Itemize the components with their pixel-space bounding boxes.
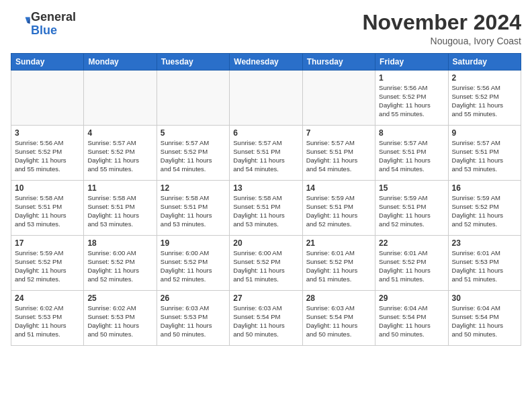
day-number: 10 [15,183,80,193]
day-number: 27 [233,293,298,303]
day-info: Sunrise: 6:03 AM Sunset: 5:54 PM Dayligh… [233,304,298,338]
day-info: Sunrise: 5:56 AM Sunset: 5:52 PM Dayligh… [379,84,444,118]
day-info: Sunrise: 6:01 AM Sunset: 5:52 PM Dayligh… [306,249,371,283]
day-number: 13 [233,183,298,193]
day-number: 2 [452,73,517,83]
day-info: Sunrise: 5:59 AM Sunset: 5:51 PM Dayligh… [306,194,371,228]
logo-blue-text: Blue [31,24,76,38]
day-info: Sunrise: 5:58 AM Sunset: 5:51 PM Dayligh… [15,194,80,228]
day-info: Sunrise: 5:57 AM Sunset: 5:51 PM Dayligh… [306,139,371,173]
day-number: 28 [306,293,371,303]
calendar-day-cell [157,71,229,126]
calendar-day-cell: 22Sunrise: 6:01 AM Sunset: 5:52 PM Dayli… [375,236,448,291]
calendar-day-cell: 28Sunrise: 6:03 AM Sunset: 5:54 PM Dayli… [302,291,375,346]
day-info: Sunrise: 6:02 AM Sunset: 5:53 PM Dayligh… [87,304,152,338]
day-number: 18 [87,238,152,248]
logo: General Blue [11,11,76,38]
calendar-day-cell: 6Sunrise: 5:57 AM Sunset: 5:51 PM Daylig… [230,126,302,181]
day-number: 17 [15,238,80,248]
calendar-week-row: 3Sunrise: 5:56 AM Sunset: 5:52 PM Daylig… [11,126,521,181]
day-info: Sunrise: 5:58 AM Sunset: 5:51 PM Dayligh… [233,194,298,228]
calendar-day-cell: 30Sunrise: 6:04 AM Sunset: 5:54 PM Dayli… [448,291,521,346]
day-number: 1 [379,73,444,83]
header: General Blue November 2024 Nougoua, Ivor… [11,11,521,46]
calendar-day-cell: 9Sunrise: 5:57 AM Sunset: 5:51 PM Daylig… [448,126,521,181]
day-number: 16 [452,183,517,193]
day-info: Sunrise: 5:57 AM Sunset: 5:52 PM Dayligh… [161,139,226,173]
calendar-table: SundayMondayTuesdayWednesdayThursdayFrid… [11,53,521,346]
day-number: 12 [161,183,226,193]
calendar-day-cell: 12Sunrise: 5:58 AM Sunset: 5:51 PM Dayli… [157,181,229,236]
calendar-day-cell: 23Sunrise: 6:01 AM Sunset: 5:53 PM Dayli… [448,236,521,291]
calendar-day-cell: 5Sunrise: 5:57 AM Sunset: 5:52 PM Daylig… [157,126,229,181]
logo-icon [12,13,31,32]
calendar-day-cell: 20Sunrise: 6:00 AM Sunset: 5:52 PM Dayli… [230,236,302,291]
calendar-day-cell: 21Sunrise: 6:01 AM Sunset: 5:52 PM Dayli… [302,236,375,291]
day-info: Sunrise: 6:02 AM Sunset: 5:53 PM Dayligh… [15,304,80,338]
day-number: 8 [379,128,444,138]
day-number: 15 [379,183,444,193]
day-info: Sunrise: 6:00 AM Sunset: 5:52 PM Dayligh… [87,249,152,283]
day-number: 9 [452,128,517,138]
day-info: Sunrise: 6:01 AM Sunset: 5:53 PM Dayligh… [452,249,517,283]
day-number: 6 [233,128,298,138]
calendar-day-cell: 11Sunrise: 5:58 AM Sunset: 5:51 PM Dayli… [84,181,157,236]
day-info: Sunrise: 6:00 AM Sunset: 5:52 PM Dayligh… [161,249,226,283]
weekday-header: Saturday [448,54,521,71]
day-number: 26 [161,293,226,303]
weekday-header: Friday [375,54,448,71]
day-number: 7 [306,128,371,138]
day-info: Sunrise: 5:58 AM Sunset: 5:51 PM Dayligh… [161,194,226,228]
day-info: Sunrise: 5:58 AM Sunset: 5:51 PM Dayligh… [87,194,152,228]
logo-general-text: General [31,11,76,24]
calendar-week-row: 1Sunrise: 5:56 AM Sunset: 5:52 PM Daylig… [11,71,521,126]
day-number: 25 [87,293,152,303]
calendar-day-cell: 19Sunrise: 6:00 AM Sunset: 5:52 PM Dayli… [157,236,229,291]
weekday-header: Wednesday [230,54,302,71]
day-info: Sunrise: 6:01 AM Sunset: 5:52 PM Dayligh… [379,249,444,283]
calendar-day-cell: 1Sunrise: 5:56 AM Sunset: 5:52 PM Daylig… [375,71,448,126]
day-info: Sunrise: 6:00 AM Sunset: 5:52 PM Dayligh… [233,249,298,283]
weekday-header: Thursday [302,54,375,71]
day-info: Sunrise: 6:03 AM Sunset: 5:54 PM Dayligh… [306,304,371,338]
day-info: Sunrise: 6:04 AM Sunset: 5:54 PM Dayligh… [452,304,517,338]
calendar-week-row: 10Sunrise: 5:58 AM Sunset: 5:51 PM Dayli… [11,181,521,236]
day-number: 3 [15,128,80,138]
day-number: 22 [379,238,444,248]
day-number: 5 [161,128,226,138]
calendar-day-cell: 27Sunrise: 6:03 AM Sunset: 5:54 PM Dayli… [230,291,302,346]
calendar-day-cell: 3Sunrise: 5:56 AM Sunset: 5:52 PM Daylig… [11,126,84,181]
calendar-day-cell: 26Sunrise: 6:03 AM Sunset: 5:53 PM Dayli… [157,291,229,346]
calendar-day-cell [302,71,375,126]
calendar-day-cell: 16Sunrise: 5:59 AM Sunset: 5:52 PM Dayli… [448,181,521,236]
day-number: 24 [15,293,80,303]
day-info: Sunrise: 5:59 AM Sunset: 5:52 PM Dayligh… [452,194,517,228]
calendar-day-cell: 29Sunrise: 6:04 AM Sunset: 5:54 PM Dayli… [375,291,448,346]
day-info: Sunrise: 5:56 AM Sunset: 5:52 PM Dayligh… [452,84,517,118]
day-info: Sunrise: 5:59 AM Sunset: 5:51 PM Dayligh… [379,194,444,228]
calendar-week-row: 24Sunrise: 6:02 AM Sunset: 5:53 PM Dayli… [11,291,521,346]
day-number: 29 [379,293,444,303]
calendar-week-row: 17Sunrise: 5:59 AM Sunset: 5:52 PM Dayli… [11,236,521,291]
calendar-day-cell [11,71,84,126]
day-number: 20 [233,238,298,248]
day-number: 14 [306,183,371,193]
day-info: Sunrise: 5:57 AM Sunset: 5:51 PM Dayligh… [233,139,298,173]
day-info: Sunrise: 5:57 AM Sunset: 5:51 PM Dayligh… [452,139,517,173]
calendar-day-cell: 18Sunrise: 6:00 AM Sunset: 5:52 PM Dayli… [84,236,157,291]
weekday-header: Monday [84,54,157,71]
page: General Blue November 2024 Nougoua, Ivor… [0,0,532,353]
day-number: 19 [161,238,226,248]
day-info: Sunrise: 6:04 AM Sunset: 5:54 PM Dayligh… [379,304,444,338]
calendar-day-cell: 8Sunrise: 5:57 AM Sunset: 5:51 PM Daylig… [375,126,448,181]
calendar-day-cell [84,71,157,126]
day-number: 11 [87,183,152,193]
day-number: 30 [452,293,517,303]
weekday-header: Sunday [11,54,84,71]
day-info: Sunrise: 5:57 AM Sunset: 5:52 PM Dayligh… [87,139,152,173]
calendar-day-cell: 4Sunrise: 5:57 AM Sunset: 5:52 PM Daylig… [84,126,157,181]
calendar-header-row: SundayMondayTuesdayWednesdayThursdayFrid… [11,54,521,71]
calendar-day-cell: 14Sunrise: 5:59 AM Sunset: 5:51 PM Dayli… [302,181,375,236]
day-info: Sunrise: 5:56 AM Sunset: 5:52 PM Dayligh… [15,139,80,173]
day-number: 23 [452,238,517,248]
